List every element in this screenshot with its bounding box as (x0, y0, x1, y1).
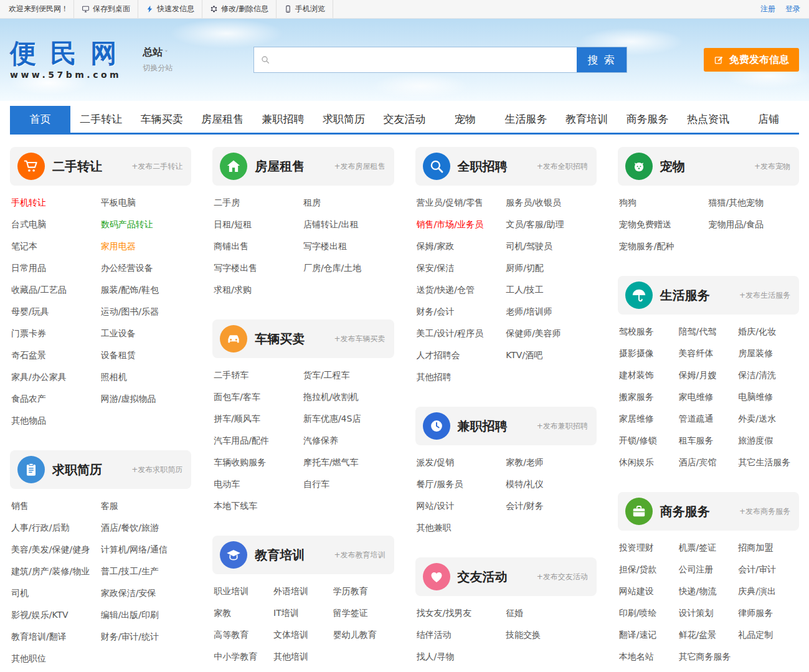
category-link[interactable]: 房屋装修 (738, 343, 798, 364)
category-link[interactable]: 陪驾/代驾 (679, 321, 739, 343)
publish-category-link[interactable]: +发布生活服务 (739, 290, 790, 301)
nav-item[interactable]: 店铺 (739, 106, 799, 133)
category-link[interactable]: 电动车 (214, 473, 303, 495)
category-link[interactable]: 美容纤体 (679, 343, 739, 364)
category-link[interactable]: 销售/市场/业务员 (417, 214, 506, 235)
category-link[interactable]: 求租/求购 (214, 279, 303, 301)
category-link[interactable]: 招商加盟 (738, 537, 798, 559)
category-link[interactable]: 职业培训 (214, 580, 273, 602)
nav-item[interactable]: 生活服务 (496, 106, 556, 133)
category-link[interactable]: 翻译/速记 (619, 624, 679, 646)
category-link[interactable]: 美工/设计/程序员 (417, 323, 506, 344)
category-link[interactable]: 外卖/送水 (738, 408, 798, 430)
site-logo[interactable]: 便 民 网 www.57bm.com (10, 40, 121, 79)
category-link[interactable]: 厂房/仓库/土地 (303, 257, 393, 279)
category-link[interactable]: 美容/美发/保健/健身 (11, 539, 101, 561)
category-link[interactable]: 中小学教育 (214, 646, 273, 668)
category-link[interactable]: 结伴活动 (417, 624, 506, 646)
category-link[interactable]: 担保/贷款 (619, 559, 679, 580)
category-link[interactable]: 摩托车/燃气车 (303, 452, 393, 473)
category-link[interactable]: 母婴/玩具 (11, 301, 101, 323)
publish-category-link[interactable]: +发布教育培训 (334, 550, 385, 561)
category-link[interactable]: 礼品定制 (738, 624, 798, 646)
category-link[interactable]: 送货/快递/仓管 (417, 279, 506, 301)
category-link[interactable]: 建筑/房产/装修/物业 (11, 561, 101, 582)
category-link[interactable]: 保洁/清洗 (738, 364, 798, 386)
category-link[interactable]: 学历教育 (333, 580, 393, 602)
category-link[interactable]: 普工/技工/生产 (101, 561, 191, 582)
category-link[interactable]: 司机 (11, 582, 101, 604)
topbar-link[interactable]: 快速发信息 (138, 0, 202, 18)
nav-item[interactable]: 热点资讯 (678, 106, 738, 133)
category-link[interactable]: 管道疏通 (679, 408, 739, 430)
nav-item[interactable]: 商务服务 (617, 106, 678, 133)
search-input[interactable] (254, 47, 577, 72)
category-link[interactable]: 网游/虚拟物品 (101, 388, 191, 410)
publish-category-link[interactable]: +发布房屋租售 (334, 161, 385, 172)
category-link[interactable]: 奇石盆景 (11, 344, 101, 366)
category-link[interactable]: 酒店/宾馆 (679, 452, 739, 473)
category-link[interactable]: 车辆收购服务 (214, 452, 303, 473)
station-switch-label[interactable]: 切换分站 (143, 63, 173, 73)
category-link[interactable]: 财务/会计 (417, 301, 506, 323)
nav-item[interactable]: 求职简历 (313, 106, 374, 133)
category-link[interactable]: 运动/图书/乐器 (101, 301, 191, 323)
publish-category-link[interactable]: +发布二手转让 (131, 161, 182, 172)
category-link[interactable]: 家用电器 (101, 235, 191, 257)
category-link[interactable]: KTV/酒吧 (506, 344, 595, 366)
category-link[interactable]: 家政保洁/安保 (101, 582, 191, 604)
category-link[interactable]: 日租/短租 (214, 214, 303, 235)
category-link[interactable]: IT培训 (273, 602, 333, 624)
category-link[interactable]: 计算机/网络/通信 (101, 539, 191, 561)
category-link[interactable]: 休闲娱乐 (619, 452, 679, 473)
category-link[interactable]: 照相机 (101, 366, 191, 388)
nav-item[interactable]: 交友活动 (374, 106, 435, 133)
category-link[interactable]: 保安/保洁 (417, 257, 506, 279)
category-link[interactable]: 旅游度假 (738, 430, 798, 452)
category-link[interactable]: 平板电脑 (101, 192, 191, 214)
category-link[interactable]: 日常用品 (11, 257, 101, 279)
category-link[interactable]: 其他物品 (11, 410, 101, 432)
category-link[interactable]: 宠物服务/配种 (619, 235, 709, 257)
category-link[interactable]: 租车服务 (679, 430, 739, 452)
category-link[interactable]: 庆典/演出 (738, 580, 798, 602)
category-link[interactable]: 商铺出售 (214, 235, 303, 257)
category-link[interactable]: 宠物用品/食品 (708, 214, 798, 235)
category-link[interactable]: 文员/客服/助理 (506, 214, 595, 235)
category-link[interactable]: 二手轿车 (214, 364, 303, 386)
category-link[interactable]: 人事/行政/后勤 (11, 517, 101, 539)
category-link[interactable]: 拖拉机/收割机 (303, 386, 393, 408)
category-link[interactable]: 财务/审计/统计 (101, 626, 191, 648)
publish-category-link[interactable]: +发布交友活动 (537, 572, 588, 582)
nav-item[interactable]: 房屋租售 (192, 106, 252, 133)
category-link[interactable]: 律师服务 (738, 602, 798, 624)
register-link[interactable]: 注册 (760, 4, 775, 14)
category-link[interactable]: 建材装饰 (619, 364, 679, 386)
category-link[interactable]: 数码产品转让 (101, 214, 191, 235)
nav-item[interactable]: 教育培训 (556, 106, 617, 133)
category-link[interactable]: 保姆/月嫂 (679, 364, 739, 386)
category-link[interactable]: 家居维修 (619, 408, 679, 430)
category-link[interactable]: 手机转让 (11, 192, 101, 214)
category-link[interactable]: 找人/寻物 (417, 646, 506, 668)
category-link[interactable]: 本地名站 (619, 646, 679, 668)
category-link[interactable]: 征婚 (506, 602, 595, 624)
station-switcher[interactable]: 总站˅ 切换分站 (143, 46, 173, 73)
category-link[interactable]: 婚庆/化妆 (738, 321, 798, 343)
category-link[interactable]: 电脑维修 (738, 386, 798, 408)
category-link[interactable]: 收藏品/工艺品 (11, 279, 101, 301)
category-link[interactable]: 本地下线车 (214, 495, 303, 517)
category-link[interactable]: 面包车/客车 (214, 386, 303, 408)
category-link[interactable]: 新车优惠/4S店 (303, 408, 393, 430)
topbar-link[interactable]: 手机浏览 (276, 0, 333, 18)
category-link[interactable]: 宠物免费赠送 (619, 214, 709, 235)
category-link[interactable]: 餐厅/服务员 (417, 473, 506, 495)
nav-item[interactable]: 首页 (10, 106, 70, 133)
nav-item[interactable]: 宠物 (435, 106, 495, 133)
category-link[interactable]: 开锁/修锁 (619, 430, 679, 452)
publish-category-link[interactable]: +发布宠物 (754, 161, 790, 172)
category-link[interactable]: 快递/物流 (679, 580, 739, 602)
category-link[interactable]: 门票卡券 (11, 323, 101, 344)
category-link[interactable]: 销售 (11, 495, 101, 517)
category-link[interactable]: 笔记本 (11, 235, 101, 257)
